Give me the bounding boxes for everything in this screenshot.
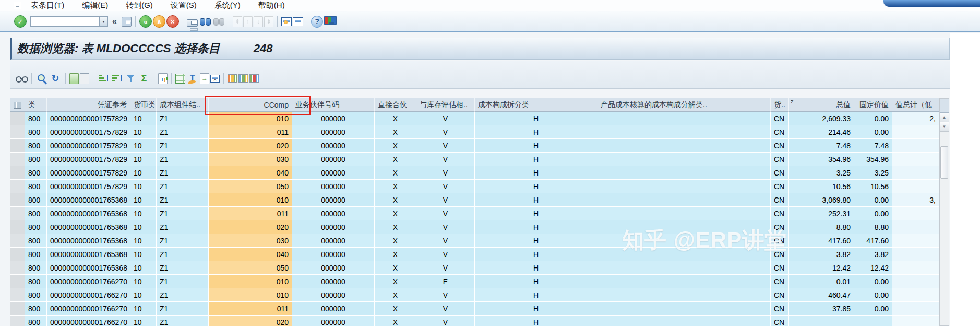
cell-split[interactable]: H — [475, 302, 597, 316]
cell-cur[interactable]: CN — [771, 220, 789, 234]
cell-cur[interactable]: CN — [771, 112, 789, 125]
create-shortcut-icon[interactable]: ↗ — [293, 17, 303, 26]
cell-stock[interactable]: V — [416, 234, 475, 248]
cell-stock[interactable]: V — [416, 220, 475, 234]
cell-ccomp[interactable]: 010 — [209, 288, 292, 302]
cell-split[interactable]: H — [475, 275, 597, 288]
cell-direct[interactable]: X — [375, 248, 416, 261]
cell-direct[interactable]: X — [375, 153, 416, 166]
cell-struct[interactable]: Z1 — [157, 288, 209, 302]
cell-decomp[interactable] — [597, 220, 771, 234]
cell-decomp[interactable] — [597, 248, 771, 261]
column-header-low[interactable]: 值总计（低 — [892, 98, 939, 112]
cell-docref[interactable]: 0000000000001757829 — [47, 166, 130, 180]
find-icon[interactable] — [199, 15, 211, 28]
cell-total[interactable]: 2,609.33 — [789, 112, 854, 125]
menu-item[interactable]: 系统(Y) — [214, 1, 241, 10]
scroll-up-button[interactable]: ▲ — [940, 113, 949, 122]
column-header-fixed[interactable]: 固定价值 — [854, 98, 892, 112]
cell-low[interactable] — [892, 220, 939, 234]
menu-item[interactable]: 编辑(E) — [82, 1, 108, 10]
back-icon[interactable]: « — [139, 15, 152, 28]
cell-struct[interactable]: Z1 — [157, 153, 209, 166]
column-header-cls[interactable]: 类 — [25, 98, 47, 112]
cell-fixed[interactable] — [854, 316, 892, 326]
cell-low[interactable] — [892, 166, 939, 180]
cell-low[interactable] — [892, 153, 939, 166]
cell-curtype[interactable]: 10 — [130, 112, 157, 125]
cell-fixed[interactable]: 3.82 — [854, 248, 892, 261]
cell-direct[interactable]: X — [375, 193, 416, 207]
export-file-icon[interactable]: → — [200, 73, 209, 84]
cell-ccomp[interactable]: 040 — [209, 248, 292, 261]
column-header-docref[interactable]: 凭证参考 — [47, 98, 130, 112]
cell-docref[interactable]: 0000000000001766270 — [47, 275, 130, 288]
cell-ccomp[interactable]: 020 — [209, 220, 292, 234]
cell-cls[interactable]: 800 — [25, 125, 47, 139]
row-selector[interactable] — [10, 153, 25, 166]
cell-cur[interactable]: CN — [771, 153, 789, 166]
cell-struct[interactable]: Z1 — [157, 248, 209, 261]
cell-struct[interactable]: Z1 — [157, 261, 209, 275]
cell-split[interactable]: H — [475, 207, 597, 220]
cell-split[interactable]: H — [475, 288, 597, 302]
cell-total[interactable]: 3.25 — [789, 166, 854, 180]
row-selector[interactable] — [10, 207, 25, 220]
cell-low[interactable] — [892, 248, 939, 261]
cell-struct[interactable]: Z1 — [157, 193, 209, 207]
cell-cls[interactable]: 800 — [25, 220, 47, 234]
cell-fixed[interactable]: 7.48 — [854, 139, 892, 153]
word-export-icon[interactable]: T — [186, 72, 199, 85]
collapse-command-icon[interactable]: « — [112, 17, 117, 26]
cell-cls[interactable]: 800 — [25, 234, 47, 248]
scroll-down-button[interactable]: ▼ — [940, 122, 949, 132]
row-selector[interactable] — [10, 288, 25, 302]
cell-decomp[interactable] — [597, 193, 771, 207]
menu-item[interactable]: 帮助(H) — [258, 1, 285, 10]
cell-total[interactable]: 417.60 — [789, 234, 854, 248]
scrollbar-thumb[interactable] — [940, 146, 948, 179]
cell-fixed[interactable]: 12.42 — [854, 261, 892, 275]
filter-icon[interactable] — [124, 72, 137, 85]
print-preview-icon[interactable] — [158, 73, 168, 84]
grid-view-icon[interactable] — [228, 74, 237, 83]
cell-docref[interactable]: 0000000000001766270 — [47, 288, 130, 302]
cell-decomp[interactable] — [597, 153, 771, 166]
cell-docref[interactable]: 0000000000001757829 — [47, 153, 130, 166]
cell-stock[interactable]: V — [416, 153, 475, 166]
cell-low[interactable] — [892, 261, 939, 275]
cell-ccomp[interactable]: 011 — [209, 125, 292, 139]
command-field[interactable] — [30, 16, 99, 27]
cell-stock[interactable]: V — [416, 261, 475, 275]
cell-split[interactable]: H — [475, 180, 597, 193]
row-selector[interactable] — [10, 139, 25, 153]
cell-cur[interactable]: CN — [771, 166, 789, 180]
cell-cls[interactable]: 800 — [25, 275, 47, 288]
cell-decomp[interactable] — [597, 139, 771, 153]
cell-low[interactable]: 3, — [892, 193, 939, 207]
cell-partner[interactable]: 000000 — [292, 166, 375, 180]
cell-stock[interactable]: V — [416, 302, 475, 316]
row-selector[interactable] — [10, 316, 25, 326]
cell-cls[interactable]: 800 — [25, 153, 47, 166]
cell-curtype[interactable]: 10 — [130, 180, 157, 193]
cell-ccomp[interactable]: 011 — [209, 207, 292, 220]
cell-low[interactable] — [892, 288, 939, 302]
column-header-total[interactable]: Σ总值 — [789, 98, 854, 112]
column-header-struct[interactable]: 成本组件结.. — [157, 98, 209, 112]
cell-low[interactable] — [892, 180, 939, 193]
cell-total[interactable]: 354.96 — [789, 153, 854, 166]
cell-cur[interactable]: CN — [771, 275, 789, 288]
cell-fixed[interactable]: 0.00 — [854, 112, 892, 125]
row-selector[interactable] — [10, 220, 25, 234]
column-header-direct[interactable]: 直接合伙 — [375, 98, 416, 112]
row-selector[interactable] — [10, 180, 25, 193]
crystal-report-icon[interactable]: × — [210, 75, 220, 83]
cell-stock[interactable]: V — [416, 180, 475, 193]
refresh-icon[interactable]: ↻ — [49, 72, 62, 85]
cell-cls[interactable]: 800 — [25, 288, 47, 302]
cell-cur[interactable]: CN — [771, 234, 789, 248]
row-selector[interactable] — [10, 248, 25, 261]
cell-curtype[interactable]: 10 — [130, 207, 157, 220]
cell-struct[interactable]: Z1 — [157, 207, 209, 220]
